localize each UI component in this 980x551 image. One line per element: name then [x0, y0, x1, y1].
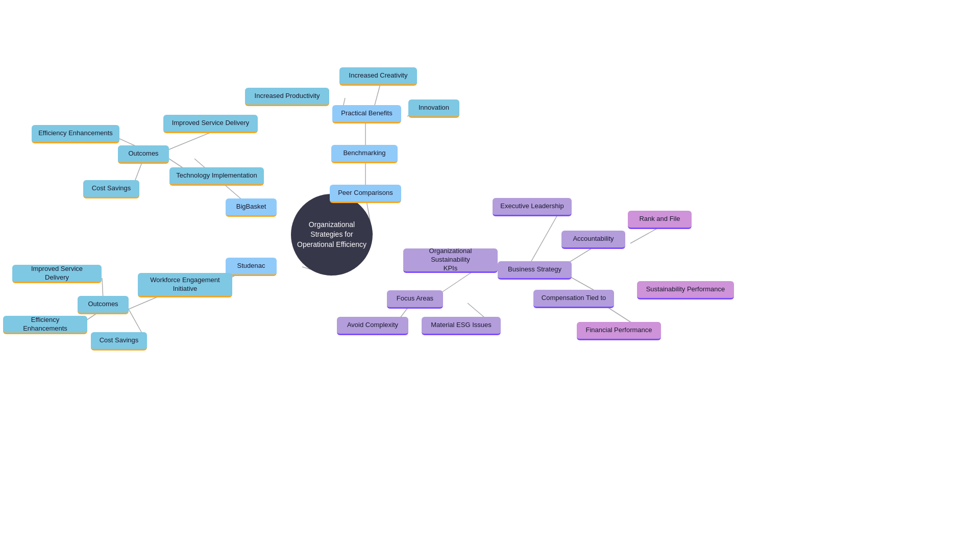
efficiency-bottom-node[interactable]: Efficiency Enhancements [3, 316, 87, 334]
efficiency-top-node[interactable]: Efficiency Enhancements [32, 125, 119, 143]
peer-comparisons-node[interactable]: Peer Comparisons [330, 185, 401, 203]
executive-leadership-node[interactable]: Executive Leadership [493, 198, 572, 216]
improved-service-top-node[interactable]: Improved Service Delivery [163, 115, 258, 133]
innovation-node[interactable]: Innovation [408, 99, 459, 118]
cost-savings-top-node[interactable]: Cost Savings [83, 180, 139, 198]
practical-benefits-node[interactable]: Practical Benefits [332, 105, 401, 123]
accountability-node[interactable]: Accountability [561, 231, 625, 249]
increased-productivity-node[interactable]: Increased Productivity [245, 88, 329, 106]
svg-line-23 [529, 211, 560, 265]
increased-creativity-node[interactable]: Increased Creativity [339, 67, 417, 86]
center-node: Organizational Strategies forOperational… [291, 194, 373, 276]
business-strategy-node[interactable]: Business Strategy [498, 261, 572, 280]
bigbasket-node[interactable]: BigBasket [226, 198, 277, 217]
avoid-complexity-node[interactable]: Avoid Complexity [337, 317, 408, 335]
compensation-tied-node[interactable]: Compensation Tied to [533, 290, 614, 308]
benchmarking-node[interactable]: Benchmarking [331, 145, 398, 163]
workforce-engagement-node[interactable]: Workforce EngagementInitiative [138, 273, 232, 297]
outcomes-bottom-node[interactable]: Outcomes [78, 296, 129, 314]
sustainability-perf-node[interactable]: Sustainability Performance [637, 281, 734, 299]
studenac-node[interactable]: Studenac [226, 258, 277, 276]
focus-areas-node[interactable]: Focus Areas [387, 290, 443, 309]
financial-perf-node[interactable]: Financial Performance [577, 322, 661, 340]
outcomes-top-node[interactable]: Outcomes [118, 145, 169, 164]
cost-savings-bottom-node[interactable]: Cost Savings [91, 332, 147, 350]
rank-and-file-node[interactable]: Rank and File [628, 211, 692, 229]
org-sustainability-node[interactable]: Organizational SustainabilityKPIs [403, 248, 498, 273]
material-esg-node[interactable]: Material ESG Issues [422, 317, 501, 335]
tech-impl-node[interactable]: Technology Implementation [169, 167, 264, 186]
svg-line-19 [439, 272, 472, 294]
improved-service-bottom-node[interactable]: Improved Service Delivery [12, 265, 102, 283]
